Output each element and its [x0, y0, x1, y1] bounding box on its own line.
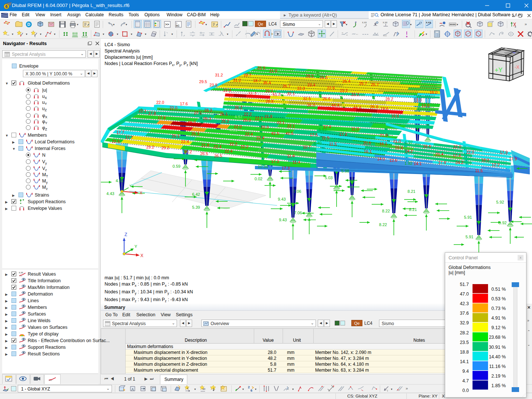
svg-text:-X: -X: [515, 64, 519, 70]
svg-text:SC: SC: [176, 24, 180, 27]
svg-text:X: X: [140, 253, 143, 258]
svg-text:x: x: [515, 25, 516, 28]
svg-text:x: x: [187, 387, 188, 389]
svg-text:Z: Z: [125, 232, 127, 237]
svg-text:I: I: [220, 31, 221, 33]
svg-text:Y: Y: [129, 184, 132, 188]
svg-text:6: 6: [250, 389, 252, 392]
svg-text:6: 6: [5, 4, 8, 9]
svg-text:x.xx: x.xx: [383, 21, 388, 24]
svg-text:+Y: +Y: [495, 66, 503, 74]
svg-text:I: I: [387, 389, 388, 392]
svg-text:>>: >>: [165, 23, 169, 26]
svg-text:x.xx: x.xx: [362, 21, 367, 24]
svg-text:X: X: [140, 191, 143, 195]
svg-text:>: >: [176, 22, 177, 24]
svg-text:2: 2: [248, 385, 250, 389]
svg-text:xx: xx: [202, 387, 205, 391]
svg-text:x.xx: x.xx: [19, 271, 23, 274]
svg-text:I: I: [35, 35, 35, 38]
svg-text:D: D: [27, 22, 30, 27]
svg-text:Y: Y: [134, 244, 137, 249]
